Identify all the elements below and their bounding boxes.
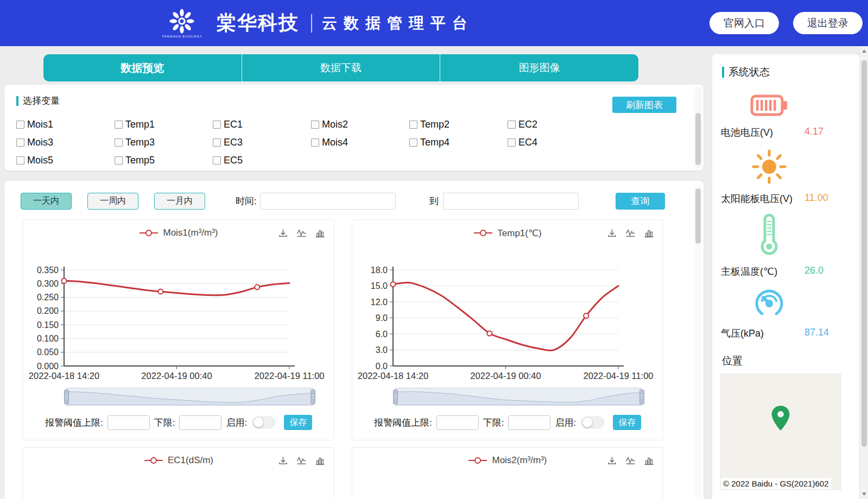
enable-toggle[interactable] [252,416,275,428]
variable-checkbox-ec5[interactable]: EC5 [213,151,311,169]
solar-voltage-value: 11.00 [804,192,828,204]
alarm-lower-input[interactable] [508,415,550,430]
official-site-button[interactable]: 官网入口 [709,12,779,34]
location-map[interactable]: © 2022 Baidu - GS(2021)602 [720,374,841,490]
alarm-lower-input[interactable] [179,415,221,430]
checkbox-input-ec4[interactable] [508,138,516,147]
variable-checkbox-temp5[interactable]: Temp5 [115,151,213,169]
variable-checkbox-grid: Mois1Temp1EC1Mois2Temp2EC2Mois3Temp3EC3M… [16,116,704,169]
variable-checkbox-mois4[interactable]: Mois4 [311,134,409,151]
datazoom-slider[interactable] [395,388,642,406]
system-status-title: 系统状态 [722,65,859,79]
save-button[interactable]: 保存 [284,415,312,430]
range-button-2[interactable]: 一周内 [87,193,138,210]
datazoom-slider[interactable] [66,388,313,406]
variable-checkbox-temp3[interactable]: Temp3 [115,134,213,151]
battery-voltage-label: 电池电压(V) [721,127,773,138]
variable-checkbox-mois2[interactable]: Mois2 [311,116,409,134]
thermometer-icon-wrap [712,213,826,257]
variable-panel-scrollbar[interactable] [694,87,702,168]
variable-checkbox-ec4[interactable]: EC4 [508,134,606,151]
chart-legend[interactable] [468,457,487,464]
bar-chart-icon[interactable] [644,456,654,466]
air-pressure-value: 87.14 [804,327,829,338]
solar-voltage-row: 太阳能板电压(V) 11.00 [721,192,859,205]
slider-handle-left[interactable] [64,389,69,404]
query-button[interactable]: 查询 [616,193,665,210]
checkbox-input-mois1[interactable] [16,121,24,129]
bar-chart-icon[interactable] [644,228,654,238]
variable-checkbox-ec3[interactable]: EC3 [213,134,311,151]
slider-handle-right[interactable] [639,389,644,404]
sun-icon [751,149,788,185]
chart-card-1: Mois1(m³/m³)0.3500.3000.2500.2000.1500.1… [23,219,334,440]
variable-checkbox-ec1[interactable]: EC1 [213,116,311,134]
svg-text:0.300: 0.300 [37,279,59,288]
save-image-icon[interactable] [607,456,617,466]
variable-checkbox-ec2[interactable]: EC2 [508,116,606,134]
checkbox-input-mois2[interactable] [311,121,319,129]
brand-divider [311,14,312,33]
bar-chart-icon[interactable] [315,228,325,238]
logo-subtext: TANGHUA ECOLOGY [162,35,202,38]
scroll-down-arrow-icon[interactable] [862,492,866,496]
checkbox-input-temp3[interactable] [115,138,123,147]
checkbox-input-temp5[interactable] [115,156,123,165]
variable-checkbox-temp1[interactable]: Temp1 [115,116,213,134]
chart-legend[interactable] [473,229,493,237]
line-chart-icon[interactable] [625,228,636,238]
enable-toggle[interactable] [581,416,604,428]
svg-text:6.0: 6.0 [376,330,388,339]
range-button-1[interactable]: 一天内 [21,193,72,210]
save-image-icon[interactable] [278,456,288,466]
variable-checkbox-temp4[interactable]: Temp4 [409,134,508,151]
variable-checkbox-temp2[interactable]: Temp2 [409,116,508,134]
refresh-charts-button[interactable]: 刷新图表 [612,97,676,113]
range-button-3[interactable]: 一月内 [154,193,205,210]
svg-text:2022-04-18 14:20: 2022-04-18 14:20 [358,371,428,381]
logout-button[interactable]: 退出登录 [793,12,863,34]
chart-legend[interactable] [139,229,159,237]
slider-handle-left[interactable] [393,389,398,404]
checkbox-input-temp2[interactable] [409,121,417,129]
svg-text:0.050: 0.050 [37,348,59,357]
checkbox-input-mois3[interactable] [16,138,24,147]
alarm-upper-input[interactable] [436,415,479,430]
tab-2[interactable]: 数据下载 [242,54,440,81]
time-from-input[interactable] [260,193,396,210]
save-image-icon[interactable] [278,228,288,238]
chart-legend[interactable] [144,457,163,464]
line-chart-icon[interactable] [625,456,636,466]
gauge-icon [751,286,787,319]
variable-checkbox-mois3[interactable]: Mois3 [16,134,115,151]
variable-panel-scrollbar-thumb[interactable] [695,113,701,165]
alarm-upper-input[interactable] [107,415,150,430]
page-scrollbar[interactable] [860,46,868,499]
line-chart-icon[interactable] [296,228,307,238]
tab-1[interactable]: 数据预览 [43,54,242,81]
checkbox-input-ec5[interactable] [213,156,221,165]
checkbox-input-ec2[interactable] [508,121,516,129]
checkbox-input-mois5[interactable] [16,156,24,165]
checkbox-input-ec1[interactable] [213,121,221,129]
line-chart-icon[interactable] [296,456,307,466]
solar-voltage-label: 太阳能板电压(V) [721,193,793,204]
svg-text:18.0: 18.0 [371,266,388,275]
variable-checkbox-mois1[interactable]: Mois1 [16,116,115,134]
slider-handle-right[interactable] [311,389,315,404]
save-button[interactable]: 保存 [613,415,641,430]
checkbox-input-temp4[interactable] [409,138,417,147]
time-to-input[interactable] [443,193,579,210]
checkbox-input-mois4[interactable] [311,138,319,147]
scroll-up-arrow-icon[interactable] [862,49,866,53]
charts-panel-scrollbar[interactable] [694,184,702,499]
tab-3[interactable]: 图形图像 [440,54,638,81]
checkbox-input-temp1[interactable] [115,121,123,129]
save-image-icon[interactable] [607,228,617,238]
page-scrollbar-thumb[interactable] [861,60,867,447]
variable-panel-title-text: 选择变量 [23,94,60,107]
charts-panel-scrollbar-thumb[interactable] [695,188,701,244]
variable-checkbox-mois5[interactable]: Mois5 [16,151,115,169]
checkbox-input-ec3[interactable] [213,138,221,147]
bar-chart-icon[interactable] [315,456,325,466]
